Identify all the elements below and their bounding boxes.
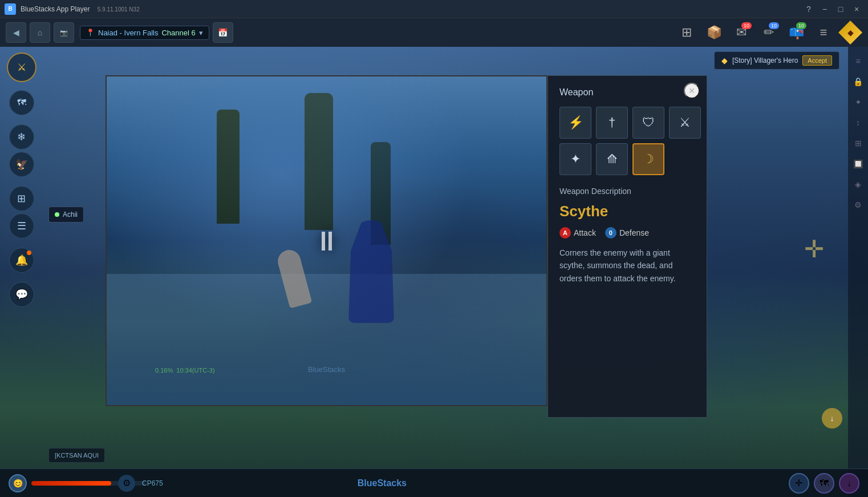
calendar-button[interactable]: 📅	[213, 22, 233, 43]
character-portrait: 😊	[9, 474, 27, 492]
chat-button[interactable]: 💬	[9, 282, 34, 307]
app-icon: B	[5, 3, 16, 15]
weapon-stats: A Attack 0 Defense	[559, 227, 695, 239]
top-toolbar: ◀ ⌂ 📷 📍 Naiad - Ivern Falls Channel 6 ▾ …	[0, 18, 868, 47]
inventory-button[interactable]: ⊞	[9, 186, 34, 211]
location-display: 📍 Naiad - Ivern Falls Channel 6 ▾	[80, 26, 209, 40]
settings-icon[interactable]: ⚙	[118, 475, 135, 492]
help-icon[interactable]: ?	[802, 3, 816, 15]
mail-badge: 10	[741, 22, 752, 29]
scroll-down-button[interactable]: ↓	[822, 408, 842, 429]
notification-button[interactable]: 📪 10	[785, 21, 808, 44]
accept-quest-button[interactable]: Accept	[802, 55, 832, 66]
right-sidebar: ≡ 🔒 ✦ ↕ ⊞ 🔲 ◈ ⚙	[848, 47, 868, 497]
defense-stat: 0 Defense	[605, 227, 649, 239]
restore-icon[interactable]: □	[834, 3, 847, 15]
title-bar: B BlueStacks App Player 5.9.11.1001 N32 …	[0, 0, 868, 18]
fps-display: 0.16% 10:34(UTC-3)	[155, 367, 215, 374]
scythe-icon: ☽	[643, 152, 654, 167]
sidebar-btn-4[interactable]: ↕	[850, 114, 867, 131]
crossbow-icon: ⟰	[607, 152, 617, 167]
video-panel[interactable]: ⏸ BlueStacks 0.16% 10:34(UTC-3)	[106, 75, 547, 406]
weapon-staff[interactable]: ✦	[559, 143, 591, 175]
achievement-text: Achii	[63, 211, 78, 219]
spear-icon: ⚡	[568, 115, 583, 130]
crosshair-icon: ✛	[804, 235, 834, 265]
title-controls: ? − □ ×	[802, 3, 863, 15]
diamond-currency-icon[interactable]: ◆	[838, 21, 862, 45]
sidebar-btn-2[interactable]: 🔒	[850, 73, 867, 90]
quest-bar: ◆ [Story] Villager's Hero Accept	[714, 51, 839, 70]
chat-text: [KCTSAN AQUI	[55, 452, 99, 459]
compass-icon[interactable]: ✛	[789, 473, 809, 494]
mail-button[interactable]: ✉ 10	[730, 21, 753, 44]
channel-text: Channel 6	[161, 29, 195, 37]
pencil-button[interactable]: ✏ 10	[757, 21, 780, 44]
close-weapon-panel-button[interactable]: ×	[684, 83, 700, 99]
weapon-grid: ⚡ † 🛡 ⚔ ✦ ⟰ ☽	[559, 107, 695, 175]
game-area: ⚔ 🗺 ❄ 🦅 ⊞ ☰ 🔔 💬 Achii [KCTSAN AQUI ◆ [St…	[0, 47, 868, 497]
weapon-name: Scythe	[559, 203, 695, 220]
location-icon: 📍	[86, 29, 95, 37]
weapon-shield-sword[interactable]: 🛡	[632, 107, 664, 139]
sidebar-btn-7[interactable]: ◈	[850, 176, 867, 193]
map-icon[interactable]: 🗺	[814, 473, 834, 494]
weapon-panel-title: Weapon	[559, 87, 695, 98]
grid-button[interactable]: ⊞	[675, 21, 698, 44]
skills-button[interactable]: ❄	[9, 124, 34, 149]
sidebar-btn-1[interactable]: ≡	[850, 52, 867, 70]
waypoint-icon[interactable]: ↓	[839, 473, 859, 494]
sidebar-btn-3[interactable]: ✦	[850, 94, 867, 111]
weapon-description-text: Corners the enemy with a giant scythe, s…	[559, 247, 695, 285]
pencil-badge: 10	[769, 22, 779, 29]
character-info: 😊	[9, 474, 111, 492]
weapon-twin-swords[interactable]: ⚔	[669, 107, 701, 139]
defense-icon: 0	[605, 227, 616, 239]
weapon-sword[interactable]: †	[596, 107, 628, 139]
minimize-icon[interactable]: −	[818, 3, 832, 15]
left-sidebar: ⚔ 🗺 ❄ 🦅 ⊞ ☰ 🔔 💬	[0, 47, 43, 497]
attack-stat: A Attack	[559, 227, 596, 239]
twin-swords-icon: ⚔	[679, 115, 691, 130]
chat-box: [KCTSAN AQUI	[48, 448, 105, 463]
screenshot-button[interactable]: 📷	[54, 22, 74, 43]
achievement-dot	[55, 212, 59, 217]
right-toolbar-icons: ⊞ 📦 ✉ 10 ✏ 10 📪 10 ≡	[675, 21, 835, 44]
staff-icon: ✦	[570, 152, 581, 167]
quest-icon: ◆	[721, 56, 728, 65]
weapon-spear[interactable]: ⚡	[559, 107, 591, 139]
sword-icon: †	[609, 115, 615, 130]
back-button[interactable]: ◀	[6, 22, 26, 43]
bottom-bar: 😊 ⚙ CP675 BlueStacks ✛ 🗺 ↓	[0, 468, 868, 497]
title-text: BlueStacks App Player 5.9.11.1001 N32	[21, 5, 802, 13]
attack-label: Attack	[574, 228, 596, 237]
hp-bar-container	[31, 481, 111, 486]
character-button[interactable]: 🦅	[9, 152, 34, 177]
pause-icon[interactable]: ⏸	[313, 225, 340, 257]
cp-display: CP675	[142, 479, 163, 487]
channel-dropdown-icon[interactable]: ▾	[199, 29, 203, 37]
bottom-right-icons: ✛ 🗺 ↓	[789, 473, 859, 494]
achievement-notification: Achii	[48, 207, 84, 223]
sidebar-btn-6[interactable]: 🔲	[850, 155, 867, 172]
character-avatar[interactable]: ⚔	[7, 52, 36, 82]
weapon-crossbow[interactable]: ⟰	[596, 143, 628, 175]
sidebar-btn-5[interactable]: ⊞	[850, 135, 867, 152]
close-icon[interactable]: ×	[850, 3, 863, 15]
menu-button[interactable]: ≡	[812, 21, 835, 44]
shield-sword-icon: 🛡	[642, 115, 655, 130]
location-text: Naiad - Ivern Falls	[98, 29, 158, 37]
mailbox-button[interactable]: 📦	[703, 21, 725, 44]
sidebar-btn-8[interactable]: ⚙	[850, 196, 867, 213]
weapon-description-header: Weapon Description	[559, 187, 695, 196]
weapon-panel: × Weapon ⚡ † 🛡 ⚔ ✦ ⟰ ☽	[547, 75, 707, 418]
weapon-scythe[interactable]: ☽	[632, 143, 664, 175]
hp-fill	[31, 481, 111, 486]
bluestacks-logo: BlueStacks	[358, 478, 407, 488]
list-button[interactable]: ☰	[9, 213, 34, 239]
quest-text: [Story] Villager's Hero	[732, 56, 798, 64]
home-button[interactable]: ⌂	[30, 22, 50, 43]
minimap-button[interactable]: 🗺	[9, 90, 34, 115]
notification-bell[interactable]: 🔔	[9, 248, 34, 273]
attack-icon: A	[559, 227, 571, 239]
